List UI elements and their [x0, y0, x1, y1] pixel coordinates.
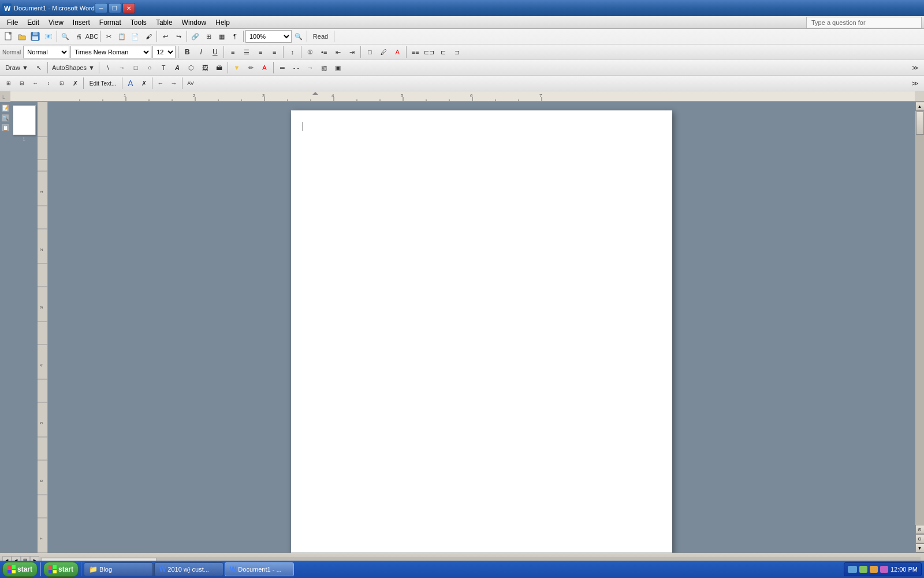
taskbar-doc1-button[interactable]: W Document1 - ... [225, 562, 294, 576]
paste-button[interactable]: 📄 [129, 30, 141, 43]
copy-button[interactable]: 📋 [116, 30, 128, 43]
start-button-2[interactable]: start [43, 562, 79, 577]
align-right-button[interactable]: ≡ [254, 46, 267, 58]
format-painter-button[interactable]: 🖌 [142, 30, 155, 43]
align-center-button[interactable]: ☰ [240, 46, 253, 58]
sidebar-icon-1[interactable]: 📝 [1, 104, 9, 112]
menu-insert[interactable]: Insert [68, 17, 95, 28]
scroll-prev-page-button[interactable]: ⊙ [915, 525, 925, 534]
menu-file[interactable]: File [2, 17, 23, 28]
shape-btn-7[interactable]: Edit Text... [85, 77, 120, 90]
shape-btn-12[interactable]: AV [184, 77, 197, 90]
print-preview-button[interactable]: 🔍 [59, 30, 72, 43]
email-button[interactable]: 📧 [42, 30, 55, 43]
shape-btn-3[interactable]: ↔ [29, 77, 42, 90]
arrow-style-button[interactable]: → [304, 61, 316, 74]
dash-style-button[interactable]: - - [290, 61, 303, 74]
scroll-track[interactable] [915, 111, 924, 525]
line-button[interactable]: \ [102, 61, 114, 74]
menu-table[interactable]: Table [151, 17, 177, 28]
italic-button[interactable]: I [195, 46, 207, 58]
start-button-1[interactable]: start [2, 562, 38, 577]
taskbar-word2010-button[interactable]: W 2010 w} cust... [154, 562, 223, 576]
show-hide-button[interactable]: ¶ [229, 30, 241, 43]
justify-button[interactable]: ≡ [268, 46, 281, 58]
diagram-button[interactable]: ⬡ [185, 61, 198, 74]
columns-button[interactable]: ▦ [215, 30, 228, 43]
clip-art-button[interactable]: 🖼 [199, 61, 211, 74]
shape-btn-6[interactable]: ✗ [69, 77, 81, 90]
sidebar-icon-2[interactable]: 🔍 [1, 114, 9, 122]
fill-color-button[interactable]: ▼ [230, 61, 243, 74]
font-dropdown[interactable]: Times New Roman Arial Calibri [70, 46, 151, 58]
menu-help[interactable]: Help [211, 17, 234, 28]
align-left-button[interactable]: ≡ [226, 46, 239, 58]
open-button[interactable] [16, 30, 28, 43]
redo-button[interactable]: ↪ [172, 30, 185, 43]
vertical-scrollbar[interactable]: ▲ ⊙ ⊙ ▼ [915, 102, 924, 553]
col-btn[interactable]: ⊏⊐ [423, 46, 435, 58]
save-button[interactable] [29, 30, 42, 43]
text-box-button[interactable]: T [157, 61, 170, 74]
indent-btn[interactable]: ⊏ [437, 46, 449, 58]
shape-btn-11[interactable]: → [167, 77, 180, 90]
scroll-thumb[interactable] [916, 112, 924, 135]
more-button[interactable]: ≡≡ [409, 46, 422, 58]
line-color-button[interactable]: ✏ [244, 61, 257, 74]
underline-button[interactable]: U [208, 46, 221, 58]
hyperlink-button[interactable]: 🔗 [189, 30, 202, 43]
restore-button[interactable]: ❐ [109, 3, 121, 13]
outside-border-button[interactable]: □ [363, 46, 376, 58]
bold-button[interactable]: B [181, 46, 193, 58]
wordart-button[interactable]: A [171, 61, 184, 74]
toolbar-options-button[interactable]: ≫ [909, 61, 922, 74]
menu-format[interactable]: Format [95, 17, 126, 28]
new-button[interactable] [2, 30, 15, 43]
help-search-box[interactable]: Type a question for [806, 17, 922, 28]
picture-button[interactable]: 🏔 [213, 61, 225, 74]
shadow-button[interactable]: ▧ [318, 61, 330, 74]
tables-button[interactable]: ⊞ [202, 30, 215, 43]
shape-btn-5[interactable]: ⊡ [55, 77, 68, 90]
font-size-dropdown[interactable]: 12 10 14 16 [152, 46, 176, 58]
minimize-button[interactable]: ─ [95, 3, 107, 13]
shape-btn-4[interactable]: ↕ [42, 77, 55, 90]
print-button[interactable]: 🖨 [72, 30, 85, 43]
font-color-button[interactable]: A [391, 46, 404, 58]
3d-button[interactable]: ▣ [331, 61, 344, 74]
menu-view[interactable]: View [44, 17, 68, 28]
autoshapes-button[interactable]: AutoShapes ▼ [50, 61, 96, 74]
menu-edit[interactable]: Edit [23, 17, 44, 28]
decrease-indent-button[interactable]: ⇤ [331, 46, 344, 58]
menu-tools[interactable]: Tools [126, 17, 151, 28]
numbering-button[interactable]: ① [304, 46, 316, 58]
cut-button[interactable]: ✂ [102, 30, 115, 43]
select-objects-button[interactable]: ↖ [32, 61, 45, 74]
bullets-button[interactable]: •≡ [318, 46, 330, 58]
shape-btn-9[interactable]: ✗ [137, 77, 150, 90]
rectangle-button[interactable]: □ [129, 61, 142, 74]
close-button[interactable]: ✕ [122, 3, 135, 13]
font-color-btn2[interactable]: A [258, 61, 271, 74]
read-button[interactable]: Read [309, 30, 332, 43]
increase-indent-button[interactable]: ⇥ [345, 46, 358, 58]
shape-btn-10[interactable]: ← [154, 77, 167, 90]
zoom-button[interactable]: 🔍 [292, 30, 305, 43]
oval-button[interactable]: ○ [143, 61, 156, 74]
draw-dropdown-button[interactable]: Draw ▼ [2, 61, 31, 74]
arrow-button[interactable]: → [116, 61, 128, 74]
undo-button[interactable]: ↩ [159, 30, 172, 43]
line-spacing-button[interactable]: ↕ [286, 46, 299, 58]
zoom-dropdown[interactable]: 100% 75% 150% [245, 30, 292, 43]
spelling-button[interactable]: ABC [85, 30, 98, 43]
shape-btn-8[interactable]: A [124, 77, 137, 90]
shape-btn-1[interactable]: ⊞ [2, 77, 15, 90]
scroll-down-button[interactable]: ▼ [915, 543, 925, 553]
highlight-button[interactable]: 🖊 [377, 46, 390, 58]
shape-more-button[interactable]: ≫ [909, 77, 922, 90]
menu-window[interactable]: Window [177, 17, 211, 28]
sidebar-icon-3[interactable]: 📋 [1, 124, 9, 132]
taskbar-blog-button[interactable]: 📁 Blog [84, 562, 153, 576]
scroll-up-button[interactable]: ▲ [915, 102, 925, 111]
scroll-next-page-button[interactable]: ⊙ [915, 534, 925, 543]
